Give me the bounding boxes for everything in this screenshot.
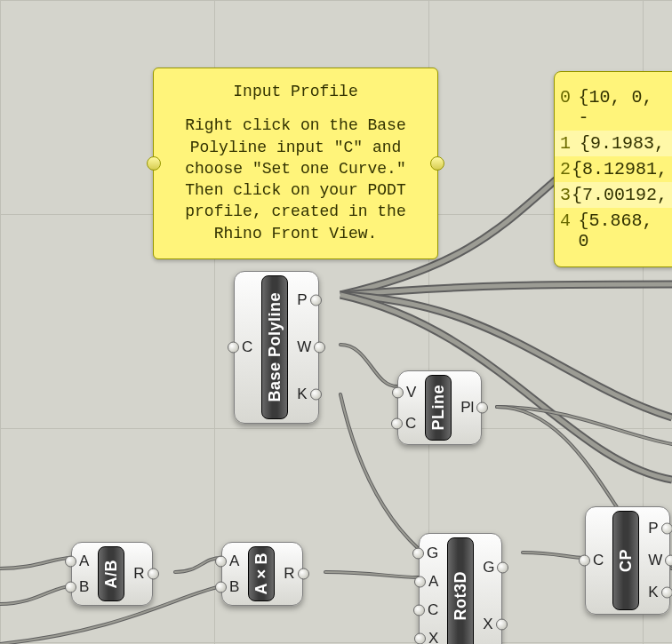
component-rot3d[interactable]: G A C X Rot3D G X: [419, 533, 502, 644]
port-in-b[interactable]: B: [229, 578, 239, 596]
data-panel-row: 4{5.868, 0: [555, 208, 672, 254]
port-in-b[interactable]: B: [79, 578, 89, 596]
component-label: A/B: [98, 546, 124, 601]
port-in-x[interactable]: X: [428, 630, 438, 644]
port-in-g[interactable]: G: [427, 545, 438, 562]
port-out-k[interactable]: K: [648, 584, 658, 601]
scribble-title: Input Profile: [164, 81, 427, 102]
scribble-grip-right[interactable]: [430, 156, 444, 171]
component-base-polyline[interactable]: C Base Polyline P W K: [234, 271, 319, 424]
component-cp[interactable]: C CP P W K: [585, 506, 670, 615]
port-in-c[interactable]: C: [428, 601, 438, 619]
data-panel-row: 1{9.1983,: [555, 131, 672, 156]
data-panel[interactable]: 0{10, 0, -1{9.1983,2{8.12981,3{7.00192,4…: [554, 71, 672, 267]
component-label: PLine: [425, 375, 452, 441]
port-out-r[interactable]: R: [133, 565, 144, 583]
component-label: CP: [612, 511, 639, 610]
component-label: A×B: [248, 546, 275, 601]
port-out-p[interactable]: P: [297, 291, 307, 309]
port-out-w[interactable]: W: [648, 552, 662, 569]
port-out-x[interactable]: X: [483, 616, 492, 633]
component-label: Rot3D: [447, 537, 474, 644]
port-out-g[interactable]: G: [483, 559, 494, 576]
data-panel-row: 0{10, 0, -: [555, 84, 672, 131]
port-in-a[interactable]: A: [428, 573, 438, 591]
port-out-k[interactable]: K: [297, 386, 307, 403]
port-in-c[interactable]: C: [242, 338, 252, 356]
port-in-c[interactable]: C: [405, 415, 416, 433]
port-in-a[interactable]: A: [79, 553, 89, 570]
scribble-input-profile[interactable]: Input Profile Right click on the Base Po…: [153, 68, 438, 259]
component-mul-ab[interactable]: A B A×B R: [221, 542, 303, 606]
port-out-r[interactable]: R: [284, 565, 294, 583]
scribble-body: Right click on the Base Polyline input "…: [164, 115, 427, 244]
port-in-a[interactable]: A: [229, 553, 239, 570]
port-out-p[interactable]: P: [648, 520, 658, 537]
component-div-ab[interactable]: A B A/B R: [71, 542, 153, 606]
data-panel-row: 2{8.12981,: [555, 156, 672, 182]
port-out-pl[interactable]: Pl: [460, 399, 474, 417]
data-panel-row: 3{7.00192,: [555, 182, 672, 208]
port-in-c[interactable]: C: [593, 552, 604, 569]
port-out-w[interactable]: W: [297, 338, 311, 356]
scribble-grip-left[interactable]: [147, 156, 161, 171]
canvas[interactable]: .w{fill:none;stroke:#5e5e5e;stroke-width…: [0, 0, 672, 644]
component-label: Base Polyline: [261, 275, 288, 419]
port-in-v[interactable]: V: [406, 384, 416, 402]
component-pline[interactable]: V C PLine Pl: [397, 370, 482, 445]
